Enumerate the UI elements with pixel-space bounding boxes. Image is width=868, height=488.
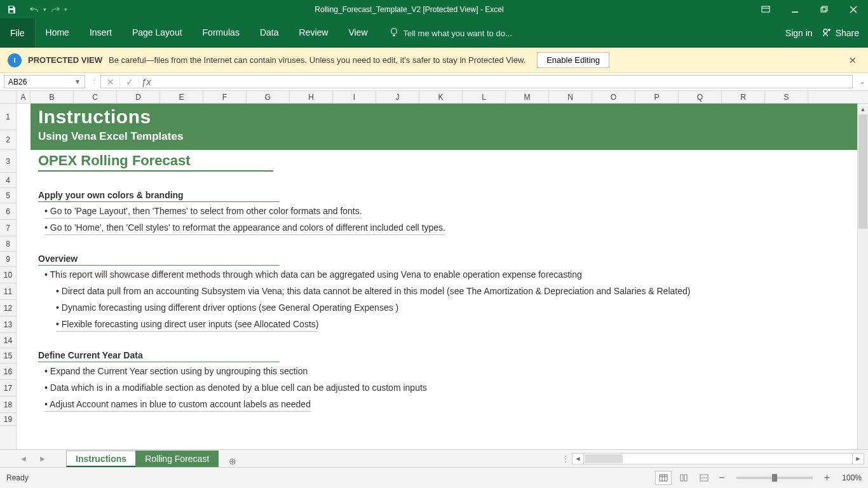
row-header[interactable]: 3 — [0, 150, 16, 173]
protected-view-bar: PROTECTED VIEW Be careful—files from the… — [0, 48, 868, 73]
minimize-icon[interactable] — [780, 0, 810, 18]
column-header[interactable]: B — [31, 91, 74, 103]
row-header[interactable]: 10 — [0, 267, 16, 283]
scroll-left-icon[interactable]: ◄ — [573, 454, 584, 464]
column-header[interactable]: S — [765, 91, 808, 103]
ribbon-tab-home[interactable]: Home — [36, 18, 79, 48]
row-header[interactable]: 1 — [0, 104, 16, 130]
column-header[interactable]: L — [463, 91, 506, 103]
cancel-formula-icon[interactable]: ✕ — [101, 76, 120, 88]
instruction-line: • Go to 'Page Layout', then 'Themes' to … — [44, 206, 362, 219]
row-header[interactable]: 7 — [0, 220, 16, 236]
enable-editing-button[interactable]: Enable Editing — [537, 52, 609, 68]
page-break-view-icon[interactable] — [696, 471, 712, 485]
row-header[interactable]: 11 — [0, 283, 16, 300]
subsection-heading: Define Current Year Data — [38, 350, 280, 362]
zoom-in-button[interactable]: + — [822, 472, 832, 484]
namebox-split-icon[interactable]: ⋮ — [88, 73, 100, 90]
ribbon-tab-page-layout[interactable]: Page Layout — [122, 18, 193, 48]
ribbon-tab-view[interactable]: View — [338, 18, 377, 48]
column-header[interactable]: R — [722, 91, 765, 103]
ribbon-tab-formulas[interactable]: Formulas — [193, 18, 250, 48]
scroll-right-icon[interactable]: ► — [852, 454, 864, 464]
name-box[interactable]: AB26 ▼ — [4, 75, 85, 88]
horizontal-scrollbar[interactable]: ◄ ► — [572, 453, 864, 464]
page-layout-view-icon[interactable] — [675, 471, 692, 485]
column-header[interactable]: A — [17, 91, 31, 103]
column-header[interactable]: I — [333, 91, 376, 103]
fx-icon[interactable]: ƒx — [139, 77, 153, 87]
column-header[interactable]: E — [160, 91, 203, 103]
row-header[interactable]: 15 — [0, 348, 16, 363]
row-header[interactable]: 6 — [0, 203, 16, 220]
column-header[interactable]: D — [117, 91, 160, 103]
svg-rect-8 — [14, 60, 15, 63]
row-header[interactable]: 13 — [0, 316, 16, 333]
file-tab[interactable]: File — [0, 18, 36, 48]
column-header[interactable]: N — [549, 91, 592, 103]
column-header[interactable]: O — [592, 91, 635, 103]
chevron-down-icon[interactable]: ▼ — [74, 78, 81, 85]
select-all-corner[interactable] — [0, 91, 17, 103]
column-header[interactable]: K — [419, 91, 463, 103]
instruction-line: • Dynamic forecasting using different dr… — [56, 302, 398, 315]
expand-formula-icon[interactable]: ⌄ — [857, 73, 868, 90]
ribbon-display-icon[interactable] — [751, 0, 780, 18]
redo-icon[interactable] — [50, 4, 60, 15]
row-header[interactable]: 16 — [0, 363, 16, 380]
column-header[interactable]: G — [247, 91, 290, 103]
svg-point-6 — [824, 29, 827, 33]
column-header[interactable]: C — [74, 91, 117, 103]
tab-nav-prev-icon[interactable]: ◄ — [20, 454, 27, 463]
column-header[interactable]: P — [635, 91, 679, 103]
row-header[interactable]: 18 — [0, 396, 16, 413]
sheet-tab-instructions[interactable]: Instructions — [66, 451, 136, 467]
row-header[interactable]: 5 — [0, 188, 16, 203]
row-header[interactable]: 14 — [0, 333, 16, 348]
zoom-slider[interactable] — [736, 477, 813, 479]
tell-me[interactable]: Tell me what you want to do... — [378, 18, 512, 48]
column-header[interactable]: Q — [679, 91, 722, 103]
shield-icon — [8, 53, 22, 67]
share-icon — [822, 27, 832, 39]
column-header[interactable]: M — [506, 91, 549, 103]
maximize-icon[interactable] — [810, 0, 839, 18]
enter-formula-icon[interactable]: ✓ — [120, 76, 139, 88]
close-message-icon[interactable]: ✕ — [845, 55, 860, 65]
share-button[interactable]: Share — [822, 27, 859, 39]
ribbon-tab-review[interactable]: Review — [289, 18, 339, 48]
column-header[interactable]: H — [290, 91, 333, 103]
row-header[interactable]: 4 — [0, 173, 16, 188]
column-header[interactable]: F — [203, 91, 247, 103]
row-header[interactable]: 17 — [0, 380, 16, 396]
hscroll-thumb[interactable] — [585, 454, 623, 463]
sheet-tab-rolling-forecast[interactable]: Rolling Forecast — [135, 451, 219, 467]
zoom-level[interactable]: 100% — [836, 473, 862, 482]
row-header[interactable]: 2 — [0, 130, 16, 150]
row-header[interactable]: 19 — [0, 413, 16, 426]
new-sheet-button[interactable]: ⊕ — [224, 456, 241, 467]
row-header[interactable]: 8 — [0, 236, 16, 252]
formula-input[interactable] — [153, 76, 852, 88]
close-icon[interactable] — [839, 0, 868, 18]
row-header[interactable]: 12 — [0, 300, 16, 316]
svg-rect-0 — [10, 6, 13, 8]
row-header[interactable]: 9 — [0, 252, 16, 267]
instruction-line: • Direct data pull from an accounting Su… — [56, 286, 690, 298]
tab-nav-next-icon[interactable]: ► — [39, 454, 46, 463]
tab-split-handle[interactable]: ⋮ — [562, 454, 569, 463]
cell-grid[interactable]: ▲ ▼ Instructions Using Vena Excel Templa… — [17, 104, 868, 467]
column-headers: ABCDEFGHIJKLMNOPQRS — [0, 91, 868, 104]
ribbon-tab-insert[interactable]: Insert — [79, 18, 122, 48]
sign-in-link[interactable]: Sign in — [785, 28, 813, 38]
save-icon[interactable] — [6, 4, 17, 15]
svg-point-7 — [14, 58, 15, 59]
instruction-line: • This report will showcase different me… — [44, 269, 582, 281]
undo-icon[interactable] — [29, 4, 39, 15]
svg-rect-11 — [684, 475, 687, 481]
column-header[interactable]: J — [376, 91, 419, 103]
zoom-out-button[interactable]: − — [716, 472, 727, 484]
ribbon-tab-data[interactable]: Data — [250, 18, 289, 48]
normal-view-icon[interactable] — [655, 471, 672, 485]
svg-rect-1 — [10, 10, 13, 13]
